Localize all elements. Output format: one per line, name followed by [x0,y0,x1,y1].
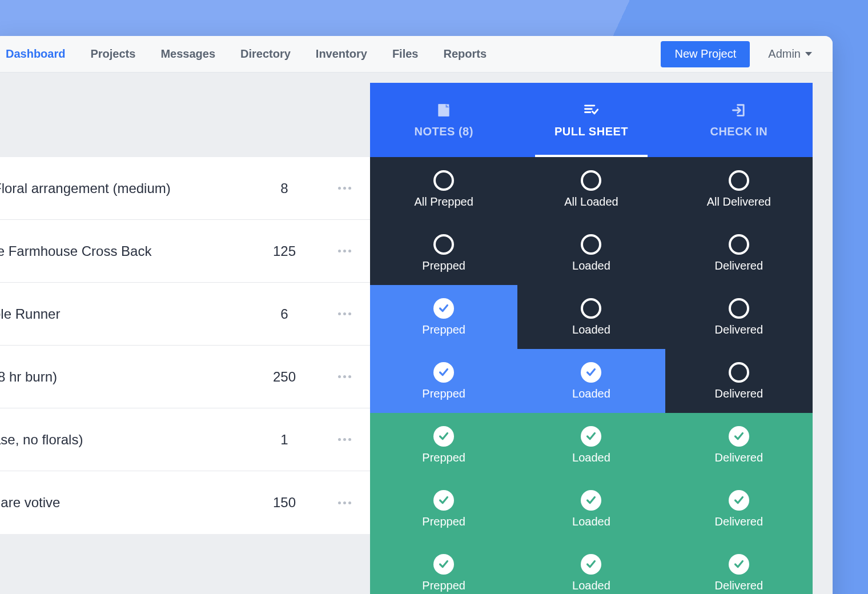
status-label: Delivered [715,387,763,400]
check-circle-icon [433,362,454,383]
tab-notes-label: NOTES (8) [414,125,473,138]
more-icon [338,187,351,190]
status-label: Delivered [715,579,763,592]
app-window: Dashboard Projects Messages Directory In… [0,36,833,594]
empty-circle-icon [729,362,749,383]
row-more-button[interactable] [319,187,370,190]
nav-dashboard[interactable]: Dashboard [0,36,78,73]
status-cell[interactable]: Prepped [370,349,517,413]
row-more-button[interactable] [319,438,370,441]
status-cell[interactable]: Prepped [370,477,517,541]
inventory-row: (8 hr burn) 250 [0,346,370,408]
status-cell[interactable]: Prepped [370,221,517,285]
caret-down-icon [805,52,812,56]
status-cell[interactable]: Loaded [517,285,665,349]
status-label: Prepped [422,579,465,592]
status-cell[interactable]: Loaded [517,477,665,541]
status-cell[interactable]: All Delivered [665,157,813,221]
inventory-name: ble Runner [0,306,250,322]
status-label: Prepped [422,451,465,464]
status-label: All Prepped [414,195,473,208]
inventory-panel: Floral arrangement (medium) 8 te Farmhou… [0,157,370,534]
empty-circle-icon [433,234,454,255]
check-circle-icon [433,298,454,319]
status-label: Loaded [572,259,610,272]
status-label: Loaded [572,579,610,592]
more-icon [338,312,351,315]
status-cell[interactable]: Prepped [370,285,517,349]
status-cell[interactable]: Delivered [665,221,813,285]
empty-circle-icon [581,170,601,191]
row-more-button[interactable] [319,312,370,315]
new-project-button[interactable]: New Project [661,41,750,67]
inventory-qty: 250 [250,369,319,385]
status-cell[interactable]: Delivered [665,477,813,541]
tab-check-in[interactable]: CHECK IN [665,83,813,157]
empty-circle-icon [581,298,601,319]
more-icon [338,375,351,378]
status-label: Delivered [715,451,763,464]
status-grid: All PreppedAll LoadedAll DeliveredPreppe… [370,157,813,594]
note-icon [434,102,453,118]
content-area: Floral arrangement (medium) 8 te Farmhou… [0,73,833,594]
nav-messages[interactable]: Messages [148,36,228,73]
status-cell[interactable]: Loaded [517,221,665,285]
inventory-name: (8 hr burn) [0,369,250,385]
nav-inventory[interactable]: Inventory [303,36,380,73]
pull-sheet-panel: NOTES (8) PULL SHEET CHECK IN All Preppe… [370,83,813,594]
row-more-button[interactable] [319,250,370,252]
inventory-name: te Farmhouse Cross Back [0,243,250,259]
status-cell[interactable]: All Loaded [517,157,665,221]
check-circle-icon [729,554,749,575]
inventory-qty: 125 [250,243,319,259]
status-label: All Loaded [564,195,618,208]
nav-files[interactable]: Files [380,36,431,73]
status-cell[interactable]: Prepped [370,413,517,477]
status-cell[interactable]: Delivered [665,541,813,594]
tab-pull-sheet[interactable]: PULL SHEET [517,83,665,157]
inventory-qty: 6 [250,306,319,322]
nav-links: Dashboard Projects Messages Directory In… [0,36,499,73]
status-label: Delivered [715,323,763,336]
status-cell[interactable]: Delivered [665,413,813,477]
inventory-row: ase, no florals) 1 [0,408,370,471]
status-cell[interactable]: Delivered [665,349,813,413]
nav-directory[interactable]: Directory [228,36,303,73]
row-more-button[interactable] [319,501,370,504]
nav-projects[interactable]: Projects [78,36,148,73]
status-cell[interactable]: Loaded [517,541,665,594]
status-label: Loaded [572,323,610,336]
status-label: Prepped [422,387,465,400]
check-circle-icon [581,362,601,383]
more-icon [338,250,351,252]
status-cell[interactable]: Loaded [517,413,665,477]
nav-reports[interactable]: Reports [431,36,499,73]
status-cell[interactable]: Delivered [665,285,813,349]
check-circle-icon [581,426,601,447]
tab-pull-sheet-label: PULL SHEET [554,125,628,138]
check-circle-icon [729,490,749,511]
tab-notes[interactable]: NOTES (8) [370,83,517,157]
more-icon [338,501,351,504]
empty-circle-icon [433,170,454,191]
check-circle-icon [433,554,454,575]
status-cell[interactable]: Prepped [370,541,517,594]
inventory-qty: 8 [250,180,319,196]
check-circle-icon [433,426,454,447]
admin-menu[interactable]: Admin [762,47,828,61]
row-more-button[interactable] [319,375,370,378]
status-cell[interactable]: All Prepped [370,157,517,221]
inventory-name: ase, no florals) [0,432,250,448]
status-cell[interactable]: Loaded [517,349,665,413]
inventory-qty: 150 [250,495,319,511]
inventory-name: uare votive [0,495,250,511]
check-in-icon [729,102,749,118]
check-circle-icon [581,490,601,511]
status-label: All Delivered [707,195,771,208]
status-label: Delivered [715,515,763,528]
inventory-row: Floral arrangement (medium) 8 [0,157,370,220]
status-label: Loaded [572,387,610,400]
pull-sheet-tabs: NOTES (8) PULL SHEET CHECK IN [370,83,813,157]
inventory-name: Floral arrangement (medium) [0,180,250,196]
inventory-row: uare votive 150 [0,471,370,534]
